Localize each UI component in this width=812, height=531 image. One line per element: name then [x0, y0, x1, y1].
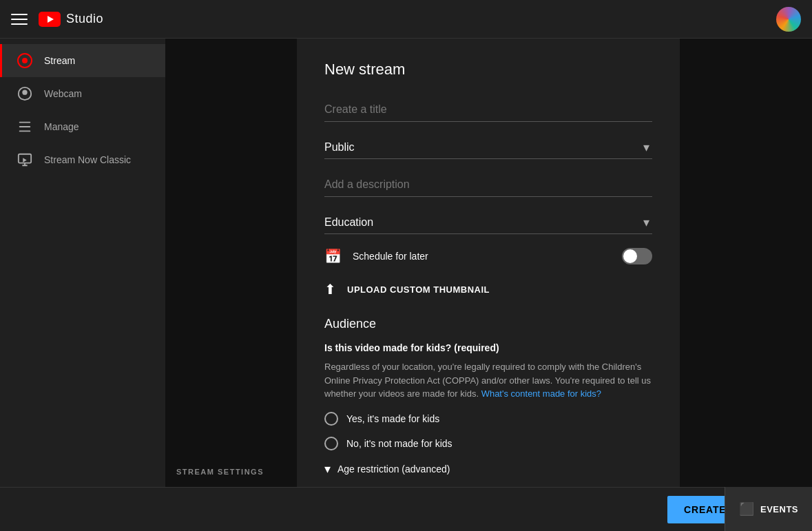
audience-description: Regardless of your location, you're lega… — [324, 360, 652, 401]
app-name: Studio — [66, 12, 103, 26]
content-area: STREAM SETTINGS New stream Public Privat… — [165, 39, 812, 487]
hamburger-menu[interactable] — [11, 11, 28, 28]
description-input[interactable] — [324, 173, 652, 197]
events-label: EVENTS — [760, 504, 798, 514]
form-title: New stream — [324, 61, 652, 79]
description-field-group — [324, 173, 652, 197]
age-restriction-label: Age restriction (advanced) — [337, 464, 450, 475]
sidebar-manage-label: Manage — [44, 121, 79, 132]
brand: Studio — [39, 12, 103, 27]
sidebar-webcam-label: Webcam — [44, 88, 82, 99]
sidebar-item-manage[interactable]: Manage — [0, 110, 165, 143]
sidebar-stream-label: Stream — [44, 55, 75, 66]
visibility-select-wrapper: Public Private Unlisted ▾ — [324, 136, 652, 159]
schedule-toggle[interactable] — [622, 248, 652, 264]
avatar[interactable] — [776, 7, 801, 32]
visibility-select[interactable]: Public Private Unlisted — [324, 136, 652, 159]
upload-thumbnail-row[interactable]: ⬆ UPLOAD CUSTOM THUMBNAIL — [324, 281, 652, 298]
svg-rect-3 — [19, 122, 31, 123]
svg-point-2 — [22, 90, 27, 95]
audience-section-title: Audience — [324, 317, 652, 331]
schedule-label: Schedule for later — [353, 251, 622, 262]
age-restriction-chevron-icon: ▾ — [324, 461, 331, 477]
main-layout: Stream Webcam Manage — [0, 39, 812, 487]
sidebar-stream-classic-label: Stream Now Classic — [44, 154, 131, 165]
upload-thumbnail-label: UPLOAD CUSTOM THUMBNAIL — [347, 284, 490, 295]
radio-no-label: No, it's not made for kids — [346, 438, 452, 449]
events-icon: ⬛ — [739, 501, 755, 517]
sidebar-item-webcam[interactable]: Webcam — [0, 77, 165, 110]
calendar-icon: 📅 — [324, 248, 342, 264]
radio-yes-circle — [324, 412, 338, 426]
radio-no-circle — [324, 437, 338, 450]
sidebar: Stream Webcam Manage — [0, 39, 165, 487]
toggle-knob — [623, 249, 637, 263]
svg-rect-6 — [19, 154, 31, 163]
what-is-made-for-kids-link[interactable]: What's content made for kids? — [481, 388, 601, 399]
radio-yes-label: Yes, it's made for kids — [346, 413, 439, 424]
title-input[interactable] — [324, 98, 652, 122]
stream-settings-label: STREAM SETTINGS — [165, 457, 296, 487]
svg-rect-4 — [19, 126, 31, 127]
stream-classic-icon — [17, 152, 33, 168]
sidebar-item-stream-now-classic[interactable]: Stream Now Classic — [0, 143, 165, 176]
category-select-wrapper: Education Gaming Music News Entertainmen… — [324, 211, 652, 234]
upload-icon: ⬆ — [324, 281, 336, 298]
bottom-bar: CREATE STREAM ⬛ EVENTS — [0, 487, 812, 531]
top-nav-right — [776, 7, 801, 32]
form-panel: New stream Public Private Unlisted ▾ — [296, 39, 680, 487]
right-panel — [680, 39, 812, 487]
schedule-row: 📅 Schedule for later — [324, 248, 652, 264]
radio-no-option[interactable]: No, it's not made for kids — [324, 437, 652, 450]
manage-icon — [17, 118, 33, 135]
webcam-icon — [17, 85, 33, 102]
audience-question: Is this video made for kids? (required) — [324, 342, 652, 353]
age-restriction-row[interactable]: ▾ Age restriction (advanced) — [324, 461, 652, 477]
svg-rect-5 — [19, 131, 31, 132]
left-panel: STREAM SETTINGS — [165, 39, 296, 487]
title-field-group — [324, 98, 652, 122]
youtube-logo-icon — [39, 12, 61, 27]
stream-icon — [17, 52, 33, 69]
top-nav: Studio — [0, 0, 812, 39]
events-button[interactable]: ⬛ EVENTS — [725, 487, 812, 531]
sidebar-item-stream[interactable]: Stream — [0, 44, 165, 77]
category-select[interactable]: Education Gaming Music News Entertainmen… — [324, 211, 652, 234]
radio-yes-option[interactable]: Yes, it's made for kids — [324, 412, 652, 426]
